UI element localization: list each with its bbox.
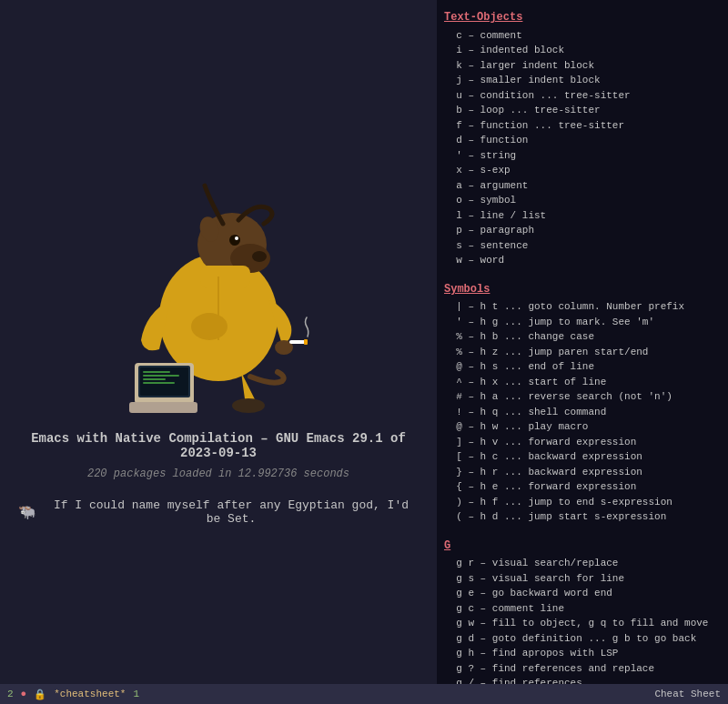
svg-rect-10 <box>304 339 308 345</box>
list-item: g e – go backward word end <box>444 586 721 601</box>
symbols-list: | – h t ... goto column. Number prefix '… <box>444 299 721 525</box>
list-item: w – word <box>444 253 721 268</box>
status-dot: ● <box>21 689 27 699</box>
list-item: g c – comment line <box>444 601 721 617</box>
status-right-text: Cheat Sheet <box>654 689 721 699</box>
list-item: } – h r ... backward expression <box>444 465 721 480</box>
quote-text: If I could name myself after any Egyptia… <box>44 498 419 526</box>
section-text-objects-title: Text-Objects <box>444 9 721 26</box>
list-item: l – line / list <box>444 208 721 224</box>
list-item: % – h b ... change case <box>444 329 721 345</box>
list-item: g w – fill to object, g q to fill and mo… <box>444 616 721 631</box>
list-item: b – loop ... tree-sitter <box>444 103 721 118</box>
svg-point-4 <box>229 235 240 246</box>
svg-rect-9 <box>289 340 306 344</box>
svg-rect-16 <box>143 371 170 373</box>
list-item: g ? – find references and replace <box>444 661 721 677</box>
list-item: g r – visual search/replace <box>444 556 721 571</box>
list-item: j – smaller indent block <box>444 73 721 88</box>
list-item: i – indented block <box>444 43 721 58</box>
emacs-quote: 🐃 If I could name myself after any Egypt… <box>18 498 419 526</box>
svg-point-22 <box>191 313 228 340</box>
list-item: f – function ... tree-sitter <box>444 118 721 134</box>
list-item: ' – h g ... jump to mark. See 'm' <box>444 315 721 330</box>
list-item: ^ – h x ... start of line <box>444 375 721 390</box>
list-item: @ – h w ... play macro <box>444 419 721 435</box>
app-window: Emacs with Native Compilation – GNU Emac… <box>0 0 728 704</box>
list-item: ) – h f ... jump to end s-expression <box>444 495 721 510</box>
list-item: | – h t ... goto column. Number prefix <box>444 299 721 315</box>
list-item: g h – find apropos with LSP <box>444 646 721 661</box>
emacs-title: Emacs with Native Compilation – GNU Emac… <box>18 431 419 460</box>
status-num: 2 <box>7 689 14 699</box>
status-num2: 1 <box>133 689 139 699</box>
list-item: g d – goto definition ... g b to go back <box>444 631 721 647</box>
status-filename: *cheatsheet* <box>54 689 126 699</box>
list-item: % – h z ... jump paren start/end <box>444 345 721 360</box>
status-bar: 2 ● 🔒 *cheatsheet* 1 Cheat Sheet <box>0 684 728 704</box>
list-item: [ – h c ... backward expression <box>444 449 721 465</box>
right-panel[interactable]: Text-Objects c – comment i – indented bl… <box>437 0 728 684</box>
list-item: s – sentence <box>444 238 721 254</box>
svg-rect-7 <box>200 266 250 288</box>
list-item: @ – h s ... end of line <box>444 359 721 375</box>
list-item: k – larger indent block <box>444 58 721 74</box>
content-area: Emacs with Native Compilation – GNU Emac… <box>0 0 728 684</box>
list-item: ' – string <box>444 148 721 164</box>
svg-rect-18 <box>143 378 166 380</box>
list-item: x – s-exp <box>444 163 721 178</box>
list-item: g s – visual search for line <box>444 571 721 587</box>
left-panel: Emacs with Native Compilation – GNU Emac… <box>0 0 437 684</box>
gnu-mascot <box>91 158 346 413</box>
svg-rect-19 <box>143 382 175 384</box>
section-g-title: G <box>444 538 721 555</box>
list-item: p – paragraph <box>444 223 721 238</box>
emacs-subtitle: 220 packages loaded in 12.992736 seconds <box>87 468 349 480</box>
list-item: d – function <box>444 133 721 148</box>
list-item: u – condition ... tree-sitter <box>444 88 721 104</box>
svg-point-12 <box>232 398 265 413</box>
svg-rect-17 <box>143 375 179 377</box>
text-objects-list: c – comment i – indented block k – large… <box>444 28 721 268</box>
list-item: c – comment <box>444 28 721 44</box>
list-item: a – argument <box>444 178 721 194</box>
svg-point-5 <box>235 236 238 240</box>
list-item: ( – h d ... jump start s-expression <box>444 509 721 525</box>
list-item: g / – find references <box>444 676 721 684</box>
svg-rect-21 <box>129 402 197 413</box>
quote-icon: 🐃 <box>18 503 36 521</box>
section-symbols-title: Symbols <box>444 281 721 298</box>
list-item: ] – h v ... forward expression <box>444 435 721 450</box>
list-item: ! – h q ... shell command <box>444 405 721 420</box>
status-lock-icon: 🔒 <box>34 689 46 700</box>
list-item: # – h a ... reverse search (not 'n') <box>444 389 721 405</box>
list-item: { – h e ... forward expression <box>444 479 721 495</box>
g-list: g r – visual search/replace g s – visual… <box>444 556 721 684</box>
list-item: o – symbol <box>444 193 721 208</box>
svg-point-3 <box>252 251 267 262</box>
